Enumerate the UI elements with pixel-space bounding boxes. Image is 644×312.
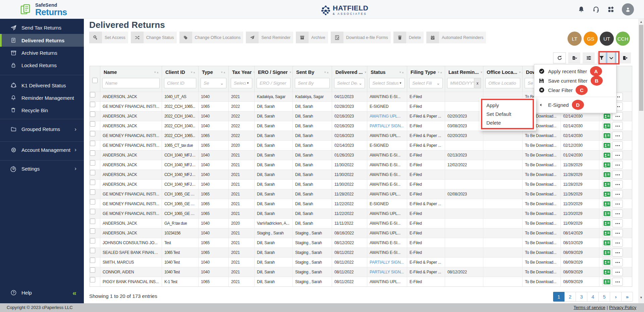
- filter-funnel-button[interactable]: [597, 52, 606, 63]
- client-info-button[interactable]: [602, 122, 611, 130]
- client-info-button[interactable]: [602, 180, 611, 188]
- clear-date-button[interactable]: x: [474, 78, 481, 88]
- row-checkbox[interactable]: [90, 121, 95, 127]
- row-checkbox[interactable]: [90, 189, 95, 195]
- client-info-button[interactable]: [602, 141, 611, 149]
- column-header-last_reminder[interactable]: Last Remin...▼▲MM/DD/YYYYx: [445, 66, 483, 92]
- sort-icons[interactable]: ▼▲: [436, 71, 442, 74]
- row-checkbox[interactable]: [90, 258, 95, 263]
- refresh-button[interactable]: [553, 52, 566, 63]
- sort-icons[interactable]: ▼▲: [252, 71, 254, 74]
- sidebar-item-delivered-returns[interactable]: Delivered Returns: [0, 34, 84, 47]
- filter-menu-item-apply-recent-filter[interactable]: Apply recent filterA: [534, 66, 616, 76]
- client-info-button[interactable]: [602, 210, 611, 218]
- column-header-name[interactable]: Name▼▲Name: [100, 66, 162, 92]
- user-filter-avatar-cch[interactable]: CCH: [616, 32, 630, 46]
- sort-icons[interactable]: ▼▲: [288, 71, 292, 74]
- chevron-down-button[interactable]: [607, 52, 615, 63]
- client-info-button[interactable]: [602, 219, 611, 227]
- row-checkbox[interactable]: [90, 238, 95, 243]
- archive-button[interactable]: Archive: [296, 32, 328, 43]
- more-actions-button[interactable]: [612, 200, 623, 208]
- user-filter-avatar-gs[interactable]: GS: [584, 32, 598, 46]
- row-checkbox[interactable]: [90, 141, 95, 146]
- more-actions-button[interactable]: [612, 132, 623, 140]
- sidebar-item-help[interactable]: Help «: [0, 286, 84, 299]
- more-actions-button[interactable]: [612, 112, 623, 120]
- sidebar-item-locked-returns[interactable]: Locked Returns: [0, 59, 84, 72]
- row-checkbox[interactable]: [90, 112, 95, 117]
- tax_year-filter-multiselect[interactable]: Select Ye▼: [231, 78, 252, 88]
- more-actions-button[interactable]: [612, 268, 623, 276]
- collapse-sidebar-icon[interactable]: «: [72, 289, 76, 296]
- last-page-button[interactable]: »: [622, 292, 633, 302]
- more-actions-button[interactable]: [612, 151, 623, 159]
- client-info-button[interactable]: [602, 249, 611, 257]
- filing_type-filter-select[interactable]: Select Fili⌄: [409, 78, 443, 88]
- next-page-button[interactable]: ›: [610, 292, 622, 302]
- sort-icons[interactable]: ▼▲: [219, 71, 226, 74]
- row-checkbox[interactable]: [90, 199, 95, 205]
- filter-menu-item-e-signed[interactable]: E-SignedD: [534, 100, 616, 109]
- cell-status[interactable]: PARTIALLY SIGN...: [367, 267, 407, 277]
- notifications-bell-icon[interactable]: [578, 6, 585, 13]
- row-checkbox[interactable]: [90, 160, 95, 166]
- type-filter-select[interactable]: Se⌄: [201, 78, 226, 88]
- client-info-button[interactable]: [602, 268, 611, 276]
- page-button-2[interactable]: 2: [565, 292, 576, 302]
- send-reminder-button[interactable]: Send Reminder: [246, 32, 293, 43]
- automated-reminders-button[interactable]: Automated Reminders: [426, 32, 486, 43]
- more-actions-button[interactable]: [612, 210, 623, 218]
- client_id-filter-input[interactable]: Client ID: [164, 78, 196, 88]
- user-filter-avatar-ut[interactable]: UT: [600, 32, 614, 46]
- sidebar-item-reminder-management[interactable]: Reminder Management: [0, 92, 84, 104]
- more-actions-button[interactable]: [612, 219, 623, 227]
- column-header-ero_signer[interactable]: ERO / Signer▼▲ERO / Signer: [255, 66, 293, 92]
- client-info-button[interactable]: [602, 258, 611, 266]
- client-info-button[interactable]: [602, 171, 611, 179]
- client-info-button[interactable]: [602, 229, 611, 237]
- column-header-tax_year[interactable]: Tax Year▼▲Select Ye▼: [229, 66, 255, 92]
- client-info-button[interactable]: [602, 112, 611, 120]
- more-actions-button[interactable]: [612, 141, 623, 149]
- page-button-1[interactable]: 1: [553, 292, 565, 302]
- column-header-type[interactable]: Type▼▲Se⌄: [199, 66, 229, 92]
- cell-status[interactable]: PARTIALLY SIGN...: [367, 121, 407, 131]
- export-list-button[interactable]: [568, 52, 580, 63]
- change-status-button[interactable]: Change Status: [131, 32, 177, 43]
- client-info-button[interactable]: [602, 190, 611, 198]
- more-actions-button[interactable]: [612, 278, 623, 286]
- client-info-button[interactable]: [602, 239, 611, 247]
- row-checkbox[interactable]: [90, 248, 95, 253]
- row-checkbox[interactable]: [90, 150, 95, 156]
- more-actions-button[interactable]: [612, 180, 623, 188]
- sort-icons[interactable]: ▼▲: [363, 71, 367, 74]
- sort-icons[interactable]: ▼▲: [189, 71, 196, 74]
- row-checkbox[interactable]: [90, 219, 95, 224]
- client-info-button[interactable]: [602, 151, 611, 159]
- row-checkbox[interactable]: [90, 228, 95, 234]
- client-info-button[interactable]: [602, 132, 611, 140]
- terms-of-service-link[interactable]: Terms of service: [574, 305, 605, 310]
- row-checkbox[interactable]: [90, 267, 95, 273]
- more-actions-button[interactable]: [612, 171, 623, 179]
- column-header-delivered_date[interactable]: Delivered ...▼▲Select Del⌄: [332, 66, 367, 92]
- sort-icons[interactable]: ▼▲: [479, 71, 483, 74]
- last_reminder-filter-date-input[interactable]: MM/DD/YYYY: [447, 78, 474, 88]
- support-headset-icon[interactable]: [592, 6, 600, 13]
- client-info-button[interactable]: [602, 161, 611, 169]
- download-e-file-forms-button[interactable]: Download e-file Forms: [331, 32, 391, 43]
- context-menu-item-apply[interactable]: Apply: [480, 101, 536, 109]
- row-checkbox[interactable]: [90, 170, 95, 175]
- status-filter-multiselect[interactable]: Select Status▼: [369, 78, 405, 88]
- sidebar-item-grouped-returns[interactable]: Grouped Returns›: [0, 119, 84, 139]
- vertical-scrollbar[interactable]: ▲ ▼: [638, 19, 644, 303]
- more-actions-button[interactable]: [612, 161, 623, 169]
- scrollbar-thumb[interactable]: [639, 25, 643, 111]
- page-button-3[interactable]: 3: [576, 292, 587, 302]
- more-actions-button[interactable]: [612, 190, 623, 198]
- sidebar-item-archive-returns[interactable]: Archive Returns: [0, 47, 84, 59]
- context-menu-item-delete[interactable]: Delete: [480, 118, 536, 127]
- delete-button[interactable]: Delete: [393, 32, 424, 43]
- row-checkbox[interactable]: [90, 180, 95, 185]
